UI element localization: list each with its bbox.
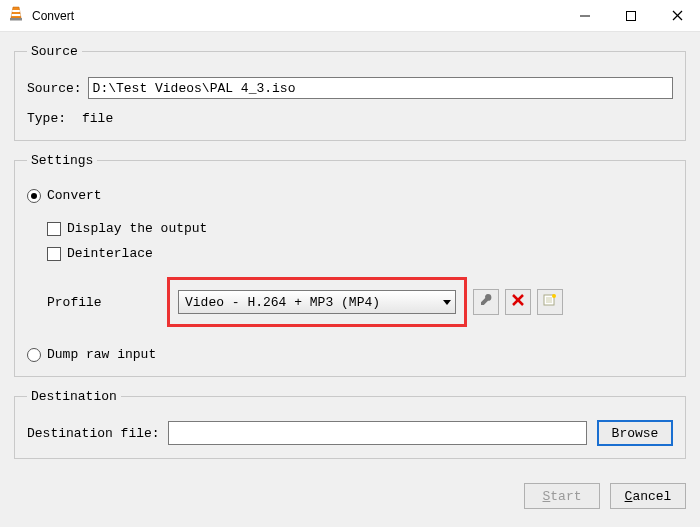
destination-file-input[interactable] [168, 421, 587, 445]
source-input[interactable] [88, 77, 673, 99]
source-label: Source: [27, 81, 82, 96]
display-output-label: Display the output [67, 221, 207, 236]
checkbox-icon [47, 222, 61, 236]
delete-icon [512, 294, 524, 310]
new-profile-icon [543, 293, 557, 311]
type-value: file [82, 111, 113, 126]
new-profile-button[interactable] [537, 289, 563, 315]
destination-group: Destination Destination file: Browse [14, 389, 686, 459]
settings-group: Settings Convert Display the output Dein… [14, 153, 686, 377]
type-label: Type: [27, 111, 66, 126]
profile-highlight: Video - H.264 + MP3 (MP4) [167, 277, 467, 327]
radio-icon [27, 348, 41, 362]
svg-rect-4 [627, 11, 636, 20]
source-group: Source Source: Type: file [14, 44, 686, 141]
convert-radio-label: Convert [47, 188, 102, 203]
delete-profile-button[interactable] [505, 289, 531, 315]
svg-rect-2 [10, 18, 22, 21]
display-output-checkbox[interactable]: Display the output [47, 221, 673, 236]
vlc-icon [8, 6, 24, 26]
settings-legend: Settings [27, 153, 97, 168]
chevron-down-icon [443, 300, 451, 305]
radio-icon [27, 189, 41, 203]
cancel-button[interactable]: Cancel [610, 483, 686, 509]
dump-raw-radio[interactable]: Dump raw input [27, 347, 673, 362]
window-title: Convert [32, 9, 74, 23]
svg-rect-1 [12, 14, 21, 16]
minimize-button[interactable] [562, 0, 608, 31]
profile-value: Video - H.264 + MP3 (MP4) [185, 295, 380, 310]
svg-point-13 [552, 294, 556, 298]
close-button[interactable] [654, 0, 700, 31]
deinterlace-checkbox[interactable]: Deinterlace [47, 246, 673, 261]
browse-label: Browse [612, 426, 659, 441]
profile-dropdown[interactable]: Video - H.264 + MP3 (MP4) [178, 290, 456, 314]
svg-rect-0 [12, 10, 20, 12]
start-label: Start [542, 489, 581, 504]
dump-raw-label: Dump raw input [47, 347, 156, 362]
destination-legend: Destination [27, 389, 121, 404]
window-controls [562, 0, 700, 31]
cancel-label: Cancel [625, 489, 672, 504]
profile-label: Profile [47, 295, 167, 310]
convert-radio[interactable]: Convert [27, 188, 673, 203]
source-legend: Source [27, 44, 82, 59]
action-bar: Start Cancel [0, 479, 700, 509]
wrench-icon [479, 293, 493, 311]
start-button[interactable]: Start [524, 483, 600, 509]
destination-file-label: Destination file: [27, 426, 160, 441]
maximize-button[interactable] [608, 0, 654, 31]
titlebar: Convert [0, 0, 700, 32]
edit-profile-button[interactable] [473, 289, 499, 315]
deinterlace-label: Deinterlace [67, 246, 153, 261]
browse-button[interactable]: Browse [597, 420, 673, 446]
checkbox-icon [47, 247, 61, 261]
